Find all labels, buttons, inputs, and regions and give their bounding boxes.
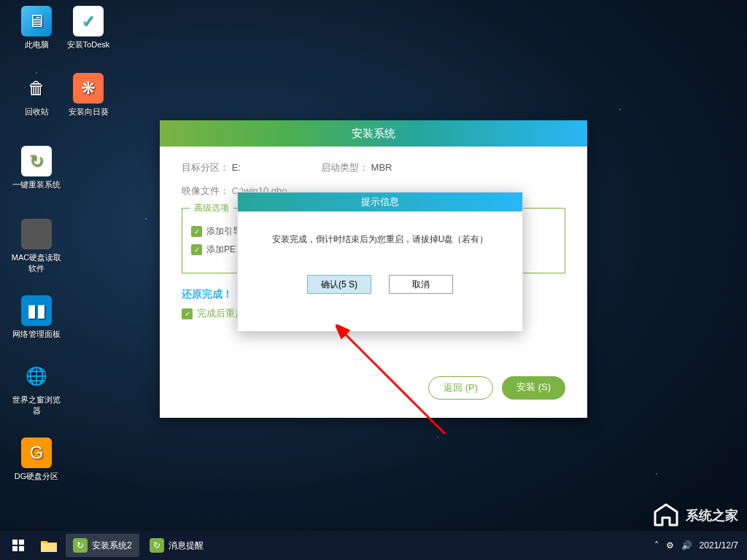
checkmark-icon: ✓: [182, 308, 193, 319]
file-explorer-icon[interactable]: [34, 531, 64, 560]
app-icon: ↻: [21, 146, 52, 176]
taskbar-date[interactable]: 2021/12/7: [700, 540, 738, 551]
svg-rect-5: [19, 546, 24, 551]
checkmark-icon: ✓: [191, 244, 202, 255]
desktop-icon[interactable]: ❋安装向日葵: [63, 73, 114, 117]
desktop-icon-label: 安装向日葵: [69, 106, 109, 117]
cancel-button[interactable]: 取消: [389, 275, 453, 294]
desktop-icon-label: 一键重装系统: [12, 179, 61, 190]
app-icon: [21, 219, 52, 249]
svg-rect-6: [41, 543, 57, 552]
tray-volume-icon[interactable]: 🔊: [681, 540, 692, 551]
window-title: 安装系统: [160, 120, 587, 147]
target-label: 目标分区：: [182, 162, 229, 173]
app-icon: ❋: [73, 73, 104, 104]
watermark: 系统之家: [652, 503, 738, 528]
target-value: E:: [232, 162, 241, 173]
dialog-title: 提示信息: [238, 192, 522, 211]
desktop-icon-label: 世界之窗浏览器: [11, 394, 62, 416]
desktop-icon[interactable]: ✓安装ToDesk: [63, 6, 114, 50]
confirm-button[interactable]: 确认(5 S): [307, 275, 371, 294]
desktop-icon-label: DG硬盘分区: [15, 471, 59, 482]
tray-network-icon[interactable]: ⚙: [666, 540, 674, 551]
desktop-icon[interactable]: ↻一键重装系统: [11, 146, 62, 190]
boot-label: 启动类型：: [321, 162, 368, 173]
desktop-icon[interactable]: ▮▮网络管理面板: [11, 295, 62, 340]
svg-rect-4: [12, 546, 18, 551]
app-icon: 🗑: [21, 73, 52, 104]
checkmark-icon: ✓: [191, 226, 202, 237]
app-icon: ↻: [73, 538, 88, 553]
dialog-message: 安装完成，倒计时结束后为您重启，请拔掉U盘（若有）: [252, 233, 508, 246]
desktop-icon[interactable]: 🌐世界之窗浏览器: [11, 361, 62, 416]
app-icon: ✓: [73, 6, 104, 36]
desktop-icon-label: 安装ToDesk: [67, 39, 110, 50]
back-button[interactable]: 返回 (P): [428, 376, 493, 400]
desktop-icon[interactable]: 🗑回收站: [11, 73, 62, 117]
desktop-icon[interactable]: 🖥此电脑: [11, 6, 62, 50]
desktop-icon-label: 网络管理面板: [12, 329, 61, 340]
app-icon: ↻: [150, 538, 164, 553]
taskbar-task-reminder[interactable]: ↻ 消息提醒: [142, 534, 211, 557]
boot-value: MBR: [371, 162, 392, 173]
start-button[interactable]: [3, 531, 34, 560]
svg-rect-2: [12, 540, 18, 545]
desktop-icon[interactable]: MAC硬盘读取软件: [11, 219, 62, 274]
taskbar: ↻ 安装系统2 ↻ 消息提醒 ˄ ⚙ 🔊 2021/12/7: [0, 531, 747, 560]
desktop-icon-label: 此电脑: [25, 39, 49, 50]
tray-up-icon[interactable]: ˄: [654, 540, 659, 551]
advanced-title: 高级选项: [190, 202, 233, 214]
desktop-icon[interactable]: GDG硬盘分区: [11, 438, 62, 482]
image-label: 映像文件：: [182, 185, 229, 196]
desktop-icon-label: MAC硬盘读取软件: [11, 252, 62, 274]
app-icon: 🌐: [21, 361, 52, 392]
install-button[interactable]: 安装 (S): [502, 376, 565, 400]
app-icon: ▮▮: [21, 295, 52, 326]
desktop-icon-label: 回收站: [25, 106, 49, 117]
svg-rect-3: [19, 540, 24, 545]
app-icon: G: [21, 438, 52, 468]
taskbar-task-install[interactable]: ↻ 安装系统2: [66, 534, 139, 557]
confirm-dialog: 提示信息 安装完成，倒计时结束后为您重启，请拔掉U盘（若有） 确认(5 S) 取…: [237, 192, 523, 332]
app-icon: 🖥: [21, 6, 52, 36]
